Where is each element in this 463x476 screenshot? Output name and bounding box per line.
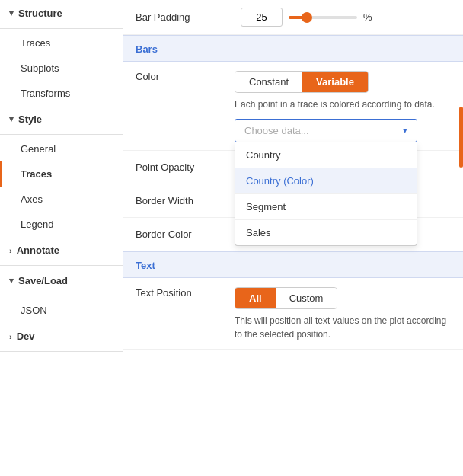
sidebar-item-traces-style[interactable]: Traces — [0, 161, 123, 187]
slider-track[interactable] — [289, 16, 357, 19]
dropdown-placeholder: Choose data... — [244, 125, 309, 136]
main-content: Bar Padding % Bars Color Constant Variab… — [123, 0, 463, 476]
divider — [0, 28, 123, 29]
slider-thumb[interactable] — [302, 12, 312, 23]
divider — [0, 265, 123, 266]
point-opacity-label: Point Opacity — [136, 161, 235, 173]
sidebar-item-json[interactable]: JSON — [0, 298, 123, 323]
bar-padding-input[interactable] — [241, 8, 283, 27]
sidebar-section-structure[interactable]: ▾ Structure — [0, 0, 123, 27]
border-color-label: Border Color — [136, 228, 235, 240]
dev-chevron-icon: › — [9, 332, 12, 341]
dropdown-option-segment[interactable]: Segment — [235, 194, 417, 220]
dropdown-input[interactable]: Choose data... ▾ — [235, 119, 417, 142]
color-variable-btn[interactable]: Variable — [302, 72, 368, 92]
bars-section-label: Bars — [123, 35, 463, 62]
text-position-toggle-group: All Custom — [235, 287, 337, 309]
divider — [0, 351, 123, 352]
sidebar-item-axes[interactable]: Axes — [0, 187, 123, 212]
text-position-custom-btn[interactable]: Custom — [276, 288, 337, 308]
sidebar-section-style-label: Style — [18, 113, 42, 125]
sidebar-section-dev-label: Dev — [17, 331, 35, 342]
text-position-row: Text Position All Custom This will posit… — [123, 278, 463, 350]
sidebar-section-annotate-label: Annotate — [17, 244, 59, 256]
sidebar-section-dev[interactable]: › Dev — [0, 323, 123, 350]
text-section-label: Text — [123, 251, 463, 278]
sidebar-section-style[interactable]: ▾ Style — [0, 106, 123, 133]
sidebar-item-transforms[interactable]: Transforms — [0, 81, 123, 106]
color-toggle-group: Constant Variable — [235, 71, 369, 93]
border-width-label: Border Width — [136, 195, 235, 206]
text-position-control: All Custom This will position all text v… — [235, 287, 451, 341]
structure-chevron-icon: ▾ — [9, 8, 14, 18]
sidebar-item-general[interactable]: General — [0, 136, 123, 161]
divider — [0, 134, 123, 135]
dropdown-option-country[interactable]: Country — [235, 142, 417, 168]
sidebar-item-traces-structure[interactable]: Traces — [0, 30, 123, 56]
dropdown-option-sales[interactable]: Sales — [235, 220, 417, 245]
saveload-chevron-icon: ▾ — [9, 276, 14, 286]
sidebar-item-subplots[interactable]: Subplots — [0, 56, 123, 81]
sidebar-section-saveload[interactable]: ▾ Save/Load — [0, 267, 123, 294]
slider-container — [289, 16, 357, 19]
annotate-chevron-icon: › — [9, 246, 12, 255]
text-position-label: Text Position — [136, 287, 235, 299]
scroll-indicator[interactable] — [459, 107, 463, 168]
bar-padding-label: Bar Padding — [136, 11, 235, 23]
color-label: Color — [136, 71, 235, 82]
dropdown-menu: Country Country (Color) Segment Sales — [235, 142, 417, 246]
color-control: Constant Variable Each point in a trace … — [235, 71, 451, 142]
color-row: Color Constant Variable Each point in a … — [123, 62, 463, 151]
sidebar-item-legend[interactable]: Legend — [0, 212, 123, 237]
color-description: Each point in a trace is colored accordi… — [235, 97, 451, 111]
sidebar-section-saveload-label: Save/Load — [18, 275, 68, 286]
sidebar-section-annotate[interactable]: › Annotate — [0, 237, 123, 264]
text-position-description: This will position all text values on th… — [235, 314, 451, 341]
divider — [0, 296, 123, 296]
percent-label: % — [363, 11, 372, 23]
sidebar: ▾ Structure Traces Subplots Transforms ▾… — [0, 0, 123, 476]
dropdown-option-country-color[interactable]: Country (Color) — [235, 168, 417, 194]
text-position-all-btn[interactable]: All — [235, 288, 276, 308]
dropdown-arrow-icon: ▾ — [403, 126, 407, 136]
sidebar-section-structure-label: Structure — [18, 8, 62, 19]
bar-padding-row: Bar Padding % — [123, 0, 463, 35]
color-constant-btn[interactable]: Constant — [235, 72, 302, 92]
style-chevron-icon: ▾ — [9, 114, 14, 124]
dropdown-container: Choose data... ▾ Country Country (Color)… — [235, 119, 451, 142]
